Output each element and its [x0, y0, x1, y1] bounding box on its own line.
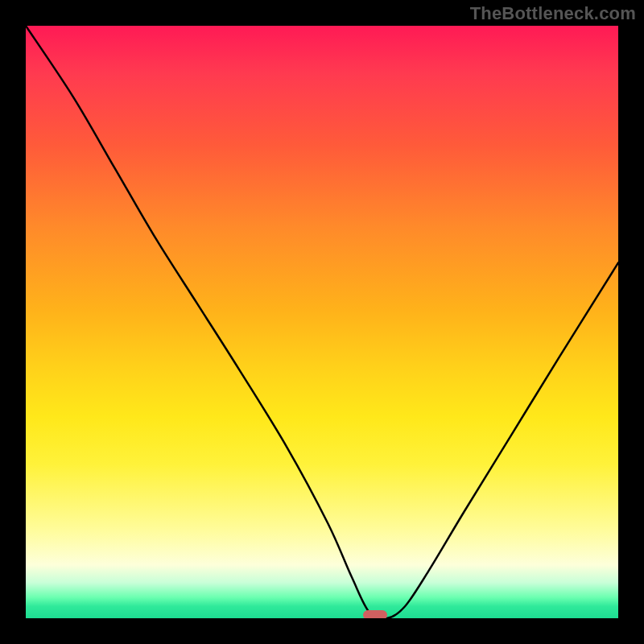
bottleneck-curve	[26, 26, 618, 618]
plot-area	[26, 26, 618, 618]
chart-frame: TheBottleneck.com	[0, 0, 644, 644]
bottleneck-marker	[363, 610, 387, 618]
watermark-label: TheBottleneck.com	[470, 3, 636, 24]
